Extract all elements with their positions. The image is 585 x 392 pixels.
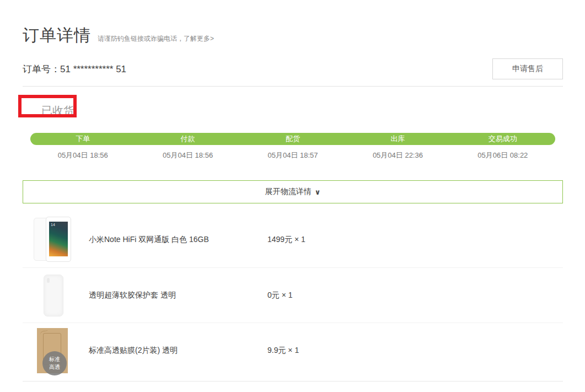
product-price: 9.9元 × 1 <box>267 346 299 356</box>
progress-step-paid: 付款 <box>135 133 240 145</box>
product-row-case: 透明超薄软胶保护套 透明 0元 × 1 <box>23 267 563 323</box>
expand-logistics-button[interactable]: 展开物流详情 ∨ <box>23 180 563 203</box>
phone-screen-shape: 14 <box>49 222 68 256</box>
order-status-row: 已收货 <box>23 95 563 126</box>
progress-timestamps: 05月04日 18:56 05月04日 18:56 05月04日 18:57 0… <box>30 151 555 160</box>
product-row-film: 标准 高透 标准高透贴膜(2片装) 透明 9.9元 × 1 <box>23 323 563 378</box>
order-number-row: 订单号：51 *********** 51 申请售后 <box>23 58 563 87</box>
timestamp-completed: 05月06日 08:22 <box>450 151 555 160</box>
page-header: 订单详情 请谨防钓鱼链接或诈骗电话，了解更多> <box>23 24 563 46</box>
product-name[interactable]: 透明超薄软胶保护套 透明 <box>89 291 267 300</box>
film-badge-line2: 高透 <box>49 363 60 371</box>
progress-step-completed: 交易成功 <box>450 133 555 145</box>
order-status: 已收货 <box>23 104 74 119</box>
order-number-value: 51 *********** 51 <box>60 64 126 74</box>
phone-front-shape: 14 <box>46 217 71 262</box>
timestamp-ordered: 05月04日 18:56 <box>30 151 135 160</box>
timestamp-shipped: 05月04日 22:36 <box>345 151 450 160</box>
phishing-warning: 请谨防钓鱼链接或诈骗电话，了解更多> <box>98 34 214 44</box>
order-detail-page: 订单详情 请谨防钓鱼链接或诈骗电话，了解更多> 订单号：51 *********… <box>23 0 563 382</box>
progress-step-shipped: 出库 <box>345 133 450 145</box>
expand-logistics-label: 展开物流详情 <box>265 187 312 197</box>
product-image-film[interactable]: 标准 高透 <box>29 327 78 374</box>
film-badge: 标准 高透 <box>42 351 67 375</box>
film-badge-line1: 标准 <box>49 356 60 363</box>
progress-step-ordered: 下单 <box>30 133 135 145</box>
order-progress-bar: 下单 付款 配货 出库 交易成功 <box>30 133 555 145</box>
progress-step-allocated: 配货 <box>240 133 345 145</box>
learn-more-link[interactable]: 了解更多> <box>184 35 214 42</box>
timestamp-allocated: 05月04日 18:57 <box>240 151 345 160</box>
product-image-phone[interactable]: 14 <box>29 216 78 264</box>
product-list: 14 小米Note HiFi 双网通版 白色 16GB 1499元 × 1 透明… <box>23 212 563 378</box>
phone-screen-text: 14 <box>51 223 55 227</box>
after-sales-button[interactable]: 申请售后 <box>492 58 563 79</box>
product-price: 0元 × 1 <box>267 291 293 300</box>
product-price: 1499元 × 1 <box>267 235 305 245</box>
order-number: 订单号：51 *********** 51 <box>23 63 126 76</box>
timestamp-paid: 05月04日 18:56 <box>135 151 240 160</box>
page-title: 订单详情 <box>23 24 91 47</box>
product-row-phone: 14 小米Note HiFi 双网通版 白色 16GB 1499元 × 1 <box>23 212 563 267</box>
phishing-warning-text: 请谨防钓鱼链接或诈骗电话， <box>98 35 184 42</box>
film-curl-shape <box>40 330 49 339</box>
product-image-case[interactable] <box>29 272 78 319</box>
chevron-down-icon: ∨ <box>315 188 321 196</box>
order-number-label: 订单号： <box>23 64 60 74</box>
product-name[interactable]: 标准高透贴膜(2片装) 透明 <box>89 346 267 356</box>
case-camera-hole <box>47 278 50 283</box>
case-shape <box>44 275 63 316</box>
product-name[interactable]: 小米Note HiFi 双网通版 白色 16GB <box>89 235 267 245</box>
bottom-divider <box>23 381 563 382</box>
